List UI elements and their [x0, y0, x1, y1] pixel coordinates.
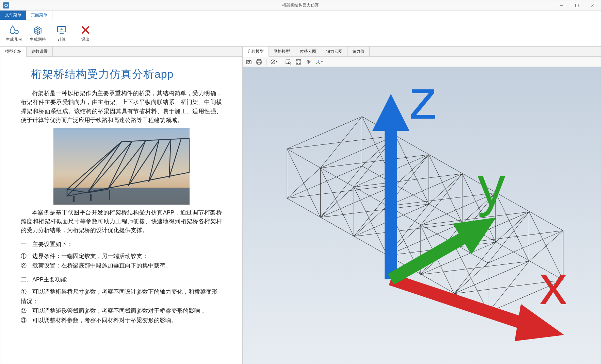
tab-mesh-model[interactable]: 网格模型 [269, 47, 295, 56]
gen-mesh-label: 生成网格 [30, 37, 46, 42]
gen-geom-button[interactable]: 生成几何 [4, 22, 24, 44]
svg-rect-2 [576, 4, 579, 7]
tab-axial-value[interactable]: 轴力值 [347, 47, 370, 56]
ribbon: 生成几何 生成网格 计算 退出 [0, 20, 601, 47]
menu-file[interactable]: 文件菜单 [0, 11, 26, 20]
article-title: 桁架桥结构受力仿真分析app [31, 67, 222, 82]
section-1-title: 一、主要设置如下： [21, 240, 222, 248]
feature-3: ③ 可以调整材料参数，考察不同材料对于桥梁变形的影响。 [21, 315, 222, 325]
compute-label: 计算 [58, 37, 66, 42]
article-p2: 本案例是基于伏图平台开发的桁架桥结构受力仿真APP，通过调节桁架桥跨度和桁架杆截… [21, 208, 222, 235]
titlebar: 桁架桥结构受力仿真 [0, 0, 601, 11]
svg-point-29 [248, 61, 250, 63]
svg-text:y: y [477, 155, 505, 217]
tab-geom-model[interactable]: 几何模型 [243, 47, 269, 57]
tab-disp-cloud[interactable]: 位移云图 [295, 47, 321, 56]
setting-2: ② 载荷设置：在桥梁底部中段施加垂直向下的集中载荷。 [21, 261, 222, 270]
right-panel: 几何模型 网格模型 位移云图 轴力云图 轴力值 ▾ ▾ [243, 47, 601, 364]
svg-point-5 [15, 30, 18, 34]
svg-marker-128 [372, 94, 409, 131]
window-title: 桁架桥结构受力仿真 [282, 2, 319, 8]
bridge-photo [53, 128, 190, 205]
article-p1: 桁架桥是一种以桁架作为主要承重构件的桥梁，其结构简单，受力明确，桁架杆件主要承受… [21, 89, 222, 125]
app-icon [3, 2, 9, 8]
gen-mesh-button[interactable]: 生成网格 [28, 22, 48, 44]
monitor-play-icon [55, 24, 68, 36]
compute-button[interactable]: 计算 [51, 22, 72, 44]
minimize-button[interactable] [554, 0, 569, 11]
menu-page[interactable]: 页面菜单 [26, 11, 52, 20]
3d-viewer[interactable]: z x y [243, 67, 601, 364]
drop-icon [8, 24, 20, 36]
setting-1: ① 边界条件：一端固定铰支，另一端活动铰支； [21, 251, 222, 261]
svg-point-0 [5, 4, 7, 7]
exit-button[interactable]: 退出 [75, 22, 96, 44]
svg-rect-30 [248, 60, 249, 60]
feature-1: ① 可以调整桁架桥尺寸参数，考察不同设计参数下的轴力变化，和桥梁变形情况； [21, 287, 222, 306]
tab-param-settings[interactable]: 参数设置 [27, 47, 53, 56]
close-button[interactable] [585, 0, 601, 11]
maximize-button[interactable] [569, 0, 585, 11]
tab-model-intro[interactable]: 模型介绍 [0, 47, 27, 57]
section-2-title: 二、APP主要功能 [21, 275, 222, 284]
menubar: 文件菜单 页面菜单 [0, 11, 601, 20]
svg-text:x: x [539, 254, 567, 316]
camera-icon[interactable] [245, 58, 253, 66]
gen-geom-label: 生成几何 [6, 37, 22, 42]
svg-text:z: z [409, 68, 437, 131]
svg-rect-33 [258, 62, 260, 64]
exit-label: 退出 [81, 37, 90, 42]
tab-axial-cloud[interactable]: 轴力云图 [321, 47, 347, 56]
axis-gizmo: z x y [261, 57, 601, 353]
feature-2: ② 可以调整矩形管截面参数，考察不同截面参数对于桥梁变形的影响， [21, 306, 222, 315]
svg-line-129 [391, 279, 540, 329]
cube-mesh-icon [32, 24, 44, 36]
left-panel: 模型介绍 参数设置 桁架桥结构受力仿真分析app 桁架桥是一种以桁架作为主要承重… [0, 47, 243, 364]
article-content: 桁架桥结构受力仿真分析app 桁架桥是一种以桁架作为主要承重构件的桥梁，其结构简… [0, 57, 242, 364]
close-x-icon [79, 24, 92, 36]
